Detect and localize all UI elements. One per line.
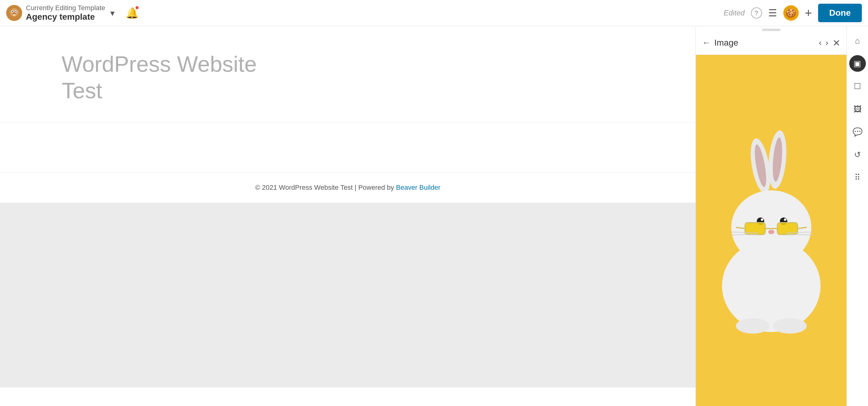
panel-drag-handle (762, 29, 780, 31)
cookie-icon: 🍪 (783, 5, 799, 21)
home-sidebar-button[interactable]: ⌂ (849, 32, 866, 49)
template-info: Currently Editing Template Agency templa… (26, 4, 105, 22)
template-sidebar-button[interactable]: ▣ (849, 55, 866, 72)
edited-status: Edited (724, 9, 745, 17)
svg-point-21 (784, 218, 786, 221)
far-right-sidebar: ⌂ ▣ ☐ 🖼 💬 ↺ ⠿ (846, 26, 868, 406)
template-dropdown-button[interactable]: ▾ (108, 5, 117, 21)
panel-next-button[interactable]: › (824, 36, 830, 50)
grid-icon: ⠿ (855, 173, 860, 182)
svg-rect-25 (746, 223, 765, 234)
canvas-title: WordPress Website Test (62, 51, 677, 104)
panel-title: Image (714, 38, 817, 48)
cookie-button[interactable]: 🍪 (783, 5, 799, 21)
top-right-actions: Edited ? ☰ 🍪 + Done (724, 4, 862, 22)
add-button[interactable]: + (805, 6, 812, 20)
canvas-empty-section (0, 123, 695, 172)
svg-point-35 (773, 318, 807, 334)
home-icon: ⌂ (855, 36, 860, 45)
panel-close-button[interactable]: ✕ (833, 38, 840, 49)
canvas-title-line2: Test (62, 78, 102, 103)
svg-rect-7 (13, 14, 14, 16)
svg-rect-26 (778, 223, 797, 234)
refresh-sidebar-button[interactable]: ↺ (849, 146, 866, 163)
image-icon: 🖼 (854, 104, 862, 114)
agency-template-name: Agency template (26, 12, 105, 22)
done-button[interactable]: Done (818, 4, 862, 22)
question-icon: ? (755, 9, 758, 17)
document-sidebar-button[interactable]: ☐ (849, 78, 866, 95)
beaver-logo (6, 5, 22, 21)
logo-area: Currently Editing Template Agency templa… (6, 4, 105, 22)
chevron-right-icon: › (826, 38, 828, 48)
notifications-button[interactable]: 🔔 (123, 4, 141, 22)
panel-image-container (696, 55, 846, 406)
currently-editing-label: Currently Editing Template (26, 4, 105, 12)
panel-prev-button[interactable]: ‹ (817, 36, 823, 50)
main-content: WordPress Website Test © 2021 WordPress … (0, 26, 868, 406)
canvas-area: WordPress Website Test © 2021 WordPress … (0, 26, 695, 406)
svg-point-5 (16, 11, 17, 12)
footer-link[interactable]: Beaver Builder (396, 184, 440, 191)
canvas-background-section (0, 203, 695, 387)
svg-point-34 (736, 318, 770, 334)
close-icon: ✕ (833, 38, 840, 48)
svg-point-20 (761, 218, 763, 221)
svg-point-4 (12, 11, 13, 12)
plus-icon: + (805, 6, 812, 20)
refresh-icon: ↺ (854, 150, 861, 160)
help-button[interactable]: ? (751, 7, 762, 19)
top-bar: Currently Editing Template Agency templa… (0, 0, 868, 26)
list-icon: ☰ (768, 7, 777, 19)
chevron-left-icon: ‹ (819, 38, 822, 48)
document-icon: ☐ (854, 82, 861, 91)
comment-icon: 💬 (852, 127, 863, 137)
panel-header: ← Image ‹ › ✕ (696, 31, 846, 55)
image-sidebar-button[interactable]: 🖼 (849, 101, 866, 117)
notification-dot (135, 6, 138, 9)
canvas-footer: © 2021 WordPress Website Test | Powered … (0, 173, 695, 203)
footer-text: © 2021 WordPress Website Test | Powered … (255, 184, 396, 191)
bunny-image (696, 55, 846, 406)
grid-sidebar-button[interactable]: ⠿ (849, 169, 866, 186)
right-panel: ← Image ‹ › ✕ (695, 26, 846, 406)
canvas-title-line1: WordPress Website (62, 52, 257, 76)
list-view-button[interactable]: ☰ (768, 7, 777, 19)
comment-sidebar-button[interactable]: 💬 (849, 124, 866, 140)
panel-back-button[interactable]: ← (702, 38, 711, 48)
arrow-left-icon: ← (702, 38, 711, 48)
chevron-down-icon: ▾ (110, 8, 115, 18)
svg-rect-8 (14, 14, 16, 16)
canvas-header: WordPress Website Test (0, 26, 695, 123)
template-icon: ▣ (854, 59, 861, 68)
svg-point-17 (731, 190, 811, 264)
svg-point-22 (768, 230, 774, 234)
